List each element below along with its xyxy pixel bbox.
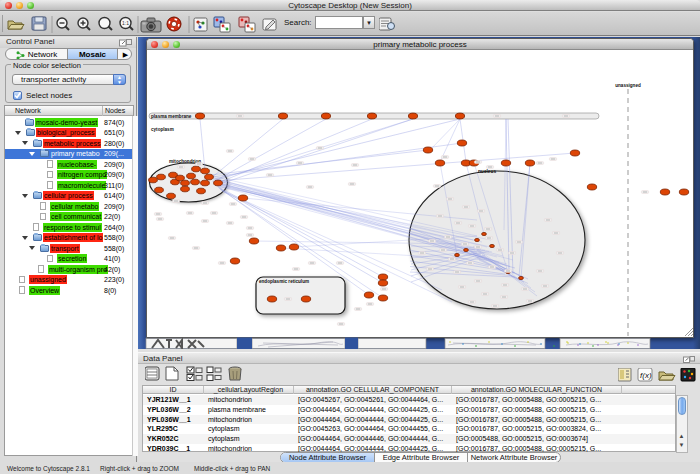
svg-text:plasma membrane: plasma membrane	[151, 114, 192, 119]
svg-text:unassigned: unassigned	[615, 83, 641, 88]
svg-text:nucleus: nucleus	[478, 169, 496, 174]
svg-text:cytoplasm: cytoplasm	[151, 127, 174, 132]
svg-text:endoplasmic reticulum: endoplasmic reticulum	[259, 279, 309, 284]
svg-text:f(x): f(x)	[640, 371, 652, 380]
svg-text:1:1: 1:1	[122, 20, 129, 26]
